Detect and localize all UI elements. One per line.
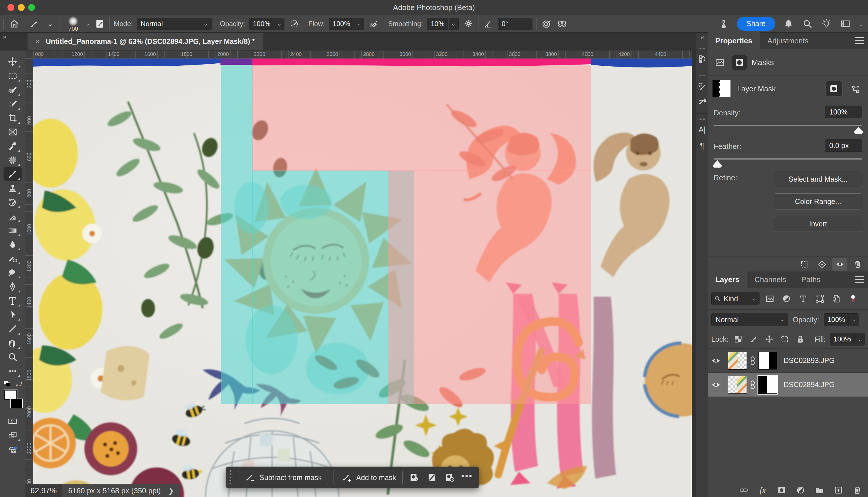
task-bar-grip[interactable] — [229, 469, 232, 485]
mask-history-icon[interactable] — [444, 471, 456, 484]
tab-layers[interactable]: Layers — [708, 271, 747, 288]
layer-visibility-eye-icon[interactable] — [708, 349, 724, 372]
history-panel-icon[interactable] — [696, 51, 708, 67]
tool-rectangular-marquee[interactable] — [3, 69, 22, 83]
tool-frame[interactable] — [3, 125, 22, 139]
layer-opacity-field[interactable]: 100% ⌄ — [824, 313, 858, 326]
toolbar-expand-icon[interactable]: » — [3, 33, 6, 41]
document-tab[interactable]: × Untitled_Panorama-1 @ 63% (DSC02894.JP… — [28, 33, 263, 50]
new-adjustment-layer-icon[interactable] — [792, 484, 809, 496]
layers-panel-menu-icon[interactable] — [855, 276, 864, 283]
home-icon[interactable] — [9, 18, 20, 30]
delete-mask-trash-icon[interactable] — [850, 258, 865, 271]
layer-row-dsc02893[interactable]: DSC02893.JPG — [708, 349, 868, 373]
feather-slider[interactable] — [714, 158, 862, 159]
filter-smart-object-icon[interactable] — [830, 293, 843, 305]
tool-selection-brush[interactable] — [3, 83, 22, 97]
brush-settings-panel-dock-icon[interactable] — [696, 78, 708, 95]
edit-toolbar-ellipsis[interactable] — [3, 364, 22, 378]
filter-kind-select[interactable]: Kind ⌄ — [711, 292, 759, 305]
tool-path-selection[interactable] — [3, 308, 22, 322]
lock-all-icon[interactable] — [795, 333, 806, 345]
layer-style-fx-icon[interactable]: fx — [754, 484, 771, 496]
ruler-left[interactable]: 2004006008001000120014001600180020002200… — [25, 58, 33, 497]
task-bar-more-icon[interactable]: ••• — [461, 471, 473, 484]
notifications-bell-icon[interactable] — [783, 18, 794, 30]
tab-channels[interactable]: Channels — [747, 271, 794, 288]
pressure-opacity-icon[interactable] — [289, 18, 300, 30]
tool-brush[interactable] — [3, 167, 22, 181]
brush-angle-field[interactable]: 0° — [498, 18, 532, 30]
mask-badge-icon[interactable] — [826, 81, 842, 96]
airbrush-icon[interactable] — [368, 18, 380, 30]
tab-properties[interactable]: Properties — [708, 32, 760, 49]
layer-fill-field[interactable]: 100% ⌄ — [830, 333, 865, 345]
tool-shape-line[interactable] — [3, 322, 22, 336]
tool-eyedropper[interactable] — [3, 139, 22, 153]
tool-eraser[interactable] — [3, 209, 22, 223]
density-slider[interactable] — [714, 125, 862, 126]
options-bar-grip[interactable] — [2, 18, 4, 30]
lock-transparency-icon[interactable] — [732, 333, 744, 345]
smoothing-gear-icon[interactable] — [463, 18, 474, 30]
layer-visibility-eye-icon[interactable] — [708, 373, 724, 397]
tool-blur[interactable] — [3, 237, 22, 251]
blend-mode-select[interactable]: Normal ⌄ — [137, 18, 212, 30]
tool-hand[interactable] — [3, 336, 22, 350]
zoom-level[interactable]: 62.97% — [25, 486, 62, 495]
lock-artboard-icon[interactable] — [779, 333, 790, 345]
brushes-panel-icon[interactable] — [696, 95, 708, 111]
pixel-layer-properties-icon[interactable] — [712, 55, 727, 70]
swap-colors-icon[interactable]: ⤾ — [16, 380, 22, 388]
layer-mask-thumbnail[interactable] — [758, 352, 777, 370]
load-selection-icon[interactable] — [797, 258, 812, 271]
invert-button[interactable]: Invert — [774, 216, 862, 232]
properties-panel-menu-icon[interactable] — [855, 37, 864, 44]
share-button[interactable]: Share — [737, 17, 775, 31]
brush-picker-chevron[interactable]: ⌄ — [86, 21, 90, 27]
default-colors-icon[interactable] — [4, 381, 11, 386]
mask-visibility-eye-icon[interactable] — [832, 258, 847, 271]
mask-properties-icon[interactable] — [408, 471, 420, 484]
tool-type[interactable] — [3, 294, 22, 308]
link-layers-icon[interactable] — [736, 484, 752, 496]
layer-mask-thumbnail[interactable] — [712, 80, 731, 97]
beta-flask-icon[interactable] — [718, 18, 729, 30]
tool-crop[interactable] — [3, 111, 22, 125]
layer-mask-thumbnail-selected[interactable] — [758, 376, 777, 394]
color-range-button[interactable]: Color Range... — [774, 194, 862, 210]
tool-preset-chevron[interactable]: ⌄ — [44, 18, 57, 30]
workspace-switcher-icon[interactable] — [840, 18, 851, 30]
flow-field[interactable]: 100% ⌄ — [329, 18, 364, 30]
paragraph-panel-icon[interactable]: ¶ — [696, 138, 708, 154]
opacity-field[interactable]: 100% ⌄ — [249, 18, 284, 30]
smoothing-field[interactable]: 10% ⌄ — [427, 18, 458, 30]
workspace-chevron-icon[interactable]: ⌄ — [858, 20, 864, 27]
filter-image-layers-icon[interactable] — [764, 293, 776, 305]
new-layer-icon[interactable] — [830, 484, 847, 496]
filter-shape-layers-icon[interactable] — [813, 293, 826, 305]
filter-adjustment-layers-icon[interactable] — [780, 293, 793, 305]
apply-mask-icon[interactable] — [815, 258, 829, 271]
layer-blend-mode-select[interactable]: Normal ⌄ — [711, 313, 788, 326]
layer-thumbnail[interactable] — [728, 352, 747, 370]
brush-settings-panel-icon[interactable] — [94, 18, 106, 30]
pressure-size-icon[interactable] — [541, 18, 552, 30]
tool-move[interactable] — [3, 55, 22, 69]
search-icon[interactable] — [802, 18, 813, 30]
tool-clone-stamp[interactable] — [3, 181, 22, 195]
generative-workspace-button[interactable] — [3, 442, 22, 456]
tool-zoom[interactable] — [3, 350, 22, 364]
close-tab-icon[interactable]: × — [36, 37, 40, 46]
add-layer-mask-icon[interactable] — [773, 484, 790, 496]
disable-mask-icon[interactable] — [426, 471, 438, 484]
tool-dodge[interactable] — [3, 266, 22, 280]
density-value-field[interactable]: 100% — [825, 105, 862, 118]
delete-layer-trash-icon[interactable] — [849, 484, 866, 496]
character-panel-icon[interactable]: A| — [696, 122, 708, 138]
canvas[interactable] — [33, 58, 692, 497]
tool-pen[interactable] — [3, 280, 22, 294]
layer-filter-toggle[interactable] — [847, 293, 859, 305]
layer-thumbnail[interactable] — [728, 376, 747, 394]
screen-mode-button[interactable] — [3, 428, 22, 442]
